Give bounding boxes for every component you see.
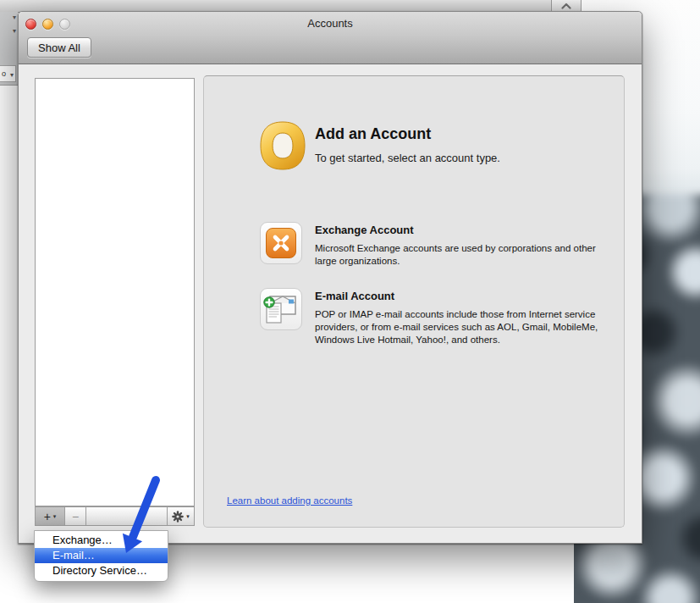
- background-window-left-edge: ▾ ▾ o ▾: [0, 12, 18, 86]
- email-account-icon[interactable]: [260, 288, 302, 330]
- show-all-button[interactable]: Show All: [27, 37, 91, 58]
- menu-item-email[interactable]: E-mail…: [35, 548, 168, 563]
- action-menu-button[interactable]: ▾: [167, 507, 194, 525]
- email-account-title: E-mail Account: [315, 290, 613, 302]
- add-account-panel: Add an Account To get started, select an…: [203, 75, 625, 528]
- show-all-label: Show All: [38, 41, 80, 54]
- remove-account-button[interactable]: −: [65, 507, 86, 525]
- menu-item-directory-service[interactable]: Directory Service…: [35, 563, 168, 578]
- chevron-down-icon: ▾: [13, 14, 16, 21]
- gear-icon: [172, 511, 184, 523]
- email-account-description: POP or IMAP e-mail accounts include thos…: [315, 308, 609, 347]
- minus-icon: −: [72, 511, 79, 523]
- panel-subheading: To get started, select an account type.: [315, 152, 500, 164]
- email-account-text: E-mail Account POP or IMAP e-mail accoun…: [315, 290, 613, 347]
- exchange-account-icon[interactable]: [260, 222, 302, 264]
- exchange-logo-icon: [266, 228, 296, 258]
- plus-icon: +: [44, 511, 51, 523]
- chevron-down-icon: ▾: [186, 513, 190, 519]
- background-toolbar-chip: o ▾: [0, 65, 16, 82]
- menu-item-exchange[interactable]: Exchange…: [35, 533, 168, 548]
- exchange-account-title: Exchange Account: [315, 224, 613, 236]
- chevron-down-icon: ▾: [13, 27, 16, 35]
- accounts-list[interactable]: [35, 78, 195, 506]
- learn-about-accounts-link[interactable]: Learn about adding accounts: [227, 495, 352, 506]
- add-badge-icon: [264, 297, 274, 307]
- exchange-account-text: Exchange Account Microsoft Exchange acco…: [315, 224, 613, 268]
- chip-glyph: o: [2, 69, 6, 78]
- chevron-down-icon: ▾: [53, 513, 57, 519]
- mail-add-icon: [263, 293, 299, 325]
- add-account-menu: Exchange… E-mail… Directory Service…: [34, 530, 168, 582]
- panel-header: Add an Account To get started, select an…: [315, 125, 500, 164]
- add-account-button[interactable]: + ▾: [36, 507, 65, 525]
- desktop: { "back_window": { "scroll_up_icon": "ch…: [0, 0, 700, 603]
- accounts-window: Accounts Show All + ▾ −: [18, 11, 642, 544]
- outlook-logo-icon: [260, 121, 306, 170]
- exchange-account-description: Microsoft Exchange accounts are used by …: [315, 242, 609, 268]
- panel-heading: Add an Account: [315, 125, 500, 143]
- accounts-list-toolbar: + ▾ − ▾: [35, 506, 195, 526]
- chevron-up-icon: [561, 3, 571, 9]
- scroll-up-button[interactable]: [551, 0, 581, 12]
- chevron-down-icon: ▾: [10, 71, 14, 79]
- titlebar[interactable]: Accounts Show All: [19, 12, 642, 64]
- window-title: Accounts: [19, 17, 642, 30]
- toolbar-spacer: [86, 507, 167, 525]
